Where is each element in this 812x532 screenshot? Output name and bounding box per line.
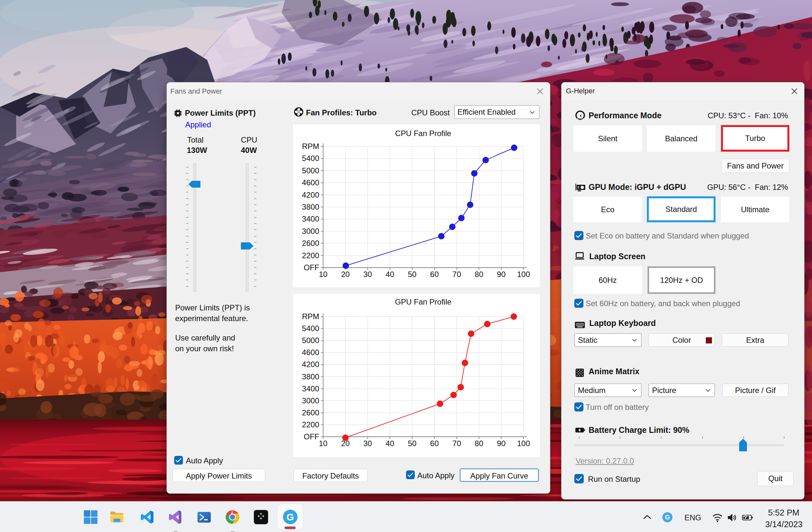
svg-text:3000: 3000 (302, 227, 319, 236)
svg-text:4600: 4600 (302, 178, 319, 187)
svg-text:4200: 4200 (302, 360, 319, 369)
svg-text:3000: 3000 (302, 396, 319, 405)
svg-text:5400: 5400 (302, 324, 319, 333)
svg-text:RPM: RPM (302, 312, 319, 321)
svg-text:70: 70 (452, 270, 461, 279)
svg-text:2200: 2200 (302, 420, 319, 429)
svg-text:5000: 5000 (302, 336, 319, 345)
svg-text:10: 10 (319, 439, 328, 448)
svg-text:30: 30 (363, 270, 372, 279)
svg-text:60: 60 (430, 439, 439, 448)
svg-text:10: 10 (319, 270, 328, 279)
svg-text:5400: 5400 (302, 154, 319, 163)
svg-text:90: 90 (497, 439, 506, 448)
svg-text:90: 90 (497, 270, 506, 279)
svg-text:3800: 3800 (302, 202, 319, 211)
svg-text:40: 40 (386, 270, 394, 279)
svg-text:4200: 4200 (302, 191, 319, 199)
svg-text:4600: 4600 (302, 348, 319, 357)
svg-text:5000: 5000 (302, 166, 319, 175)
svg-text:40: 40 (386, 439, 394, 448)
svg-text:30: 30 (363, 439, 372, 448)
svg-text:3400: 3400 (302, 384, 319, 393)
svg-text:RPM: RPM (302, 142, 319, 151)
svg-text:3400: 3400 (302, 214, 319, 223)
svg-text:OFF: OFF (304, 263, 319, 272)
svg-text:3800: 3800 (302, 372, 319, 381)
svg-text:50: 50 (408, 270, 417, 279)
svg-text:20: 20 (341, 270, 350, 279)
svg-text:80: 80 (475, 439, 483, 448)
svg-text:OFF: OFF (304, 432, 319, 441)
svg-text:100: 100 (517, 439, 530, 448)
svg-text:60: 60 (430, 270, 439, 279)
svg-text:80: 80 (475, 270, 483, 279)
svg-text:70: 70 (452, 439, 461, 448)
svg-text:2600: 2600 (302, 239, 319, 248)
svg-text:CPU Fan Profile: CPU Fan Profile (395, 129, 451, 138)
svg-text:2200: 2200 (302, 251, 319, 260)
svg-text:GPU Fan Profile: GPU Fan Profile (395, 297, 452, 306)
svg-text:50: 50 (408, 439, 417, 448)
svg-text:100: 100 (517, 270, 530, 279)
svg-text:2600: 2600 (302, 408, 319, 417)
